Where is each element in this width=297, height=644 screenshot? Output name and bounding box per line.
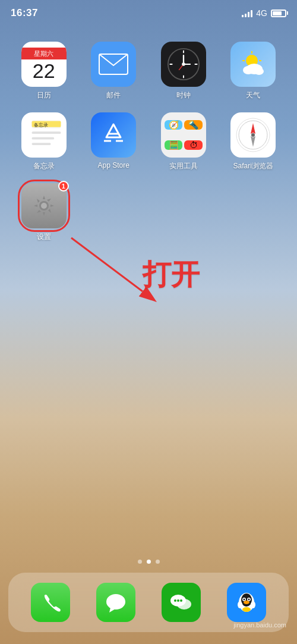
messages-svg [105,591,127,614]
page-dot-2 [147,560,151,564]
wechat-svg [169,591,194,614]
app-utilities-label: 实用工具 [169,161,198,171]
svg-rect-21 [31,137,54,140]
signal-bar-3 [248,12,249,17]
svg-point-34 [41,203,47,209]
app-utilities[interactable]: 🧭 🔦 🧮 ⏱ 实用工具 [151,112,216,171]
svg-point-42 [177,599,179,602]
mail-svg [99,54,128,75]
app-clock-label: 时钟 [176,90,191,100]
watermark: jingyan.baidu.com [233,621,286,629]
app-safari[interactable]: Safari浏览器 [222,112,286,171]
phone-svg [40,592,61,613]
svg-point-50 [244,601,249,604]
status-bar: 16:37 4G [0,0,297,26]
svg-rect-22 [31,143,50,145]
app-calendar-icon-wrap: 星期六 22 [21,42,67,87]
svg-point-53 [242,607,251,612]
app-appstore-icon [91,112,136,158]
app-weather-icon-wrap [230,42,276,87]
app-settings-icon-wrap: 1 [21,183,67,228]
weather-svg [235,46,271,82]
clock-svg [167,48,200,81]
svg-point-43 [180,599,182,602]
app-notes[interactable]: 备忘录 备忘录 [12,112,76,171]
dock-phone[interactable] [31,583,70,622]
app-mail[interactable]: 邮件 [82,42,146,100]
svg-text:备忘录: 备忘录 [34,122,48,128]
app-mail-label: 邮件 [106,90,121,100]
svg-point-9 [182,62,185,66]
dock-wechat[interactable] [162,583,201,622]
signal-bar-2 [245,14,247,17]
app-clock-icon-wrap [161,42,206,87]
dock-qq[interactable] [227,583,266,622]
battery-icon [271,10,286,17]
app-calendar-label: 日历 [37,90,51,100]
app-utilities-icon-wrap: 🧭 🔦 🧮 ⏱ [161,112,206,158]
signal-bars [242,9,252,17]
app-weather-label: 天气 [246,90,260,100]
app-settings[interactable]: 1 设置 [12,183,76,242]
app-weather-icon [230,42,276,87]
svg-point-37 [106,594,125,610]
app-notes-icon: 备忘录 [21,112,67,158]
settings-badge: 1 [58,181,69,191]
app-weather[interactable]: 天气 [222,42,286,100]
app-appstore[interactable]: App Store [82,112,146,171]
qq-svg [235,589,258,615]
app-calendar[interactable]: 星期六 22 日历 [12,42,76,100]
svg-point-17 [254,68,264,75]
dock-qq-icon [227,583,266,622]
safari-svg [235,117,271,153]
app-notes-label: 备忘录 [33,161,55,171]
svg-point-52 [251,601,255,608]
signal-bar-4 [251,10,252,17]
svg-point-32 [251,133,255,137]
app-clock-icon [161,42,206,87]
status-time: 16:37 [11,7,38,19]
app-settings-label: 设置 [37,232,51,242]
app-clock[interactable]: 时钟 [151,42,216,100]
app-calendar-icon: 星期六 22 [21,42,67,87]
app-grid: 星期六 22 日历 邮件 [0,36,297,248]
app-safari-label: Safari浏览器 [233,161,273,171]
dock-messages[interactable] [96,583,135,622]
notes-svg: 备忘录 [26,116,67,154]
status-right: 4G [242,8,286,18]
svg-point-49 [248,599,250,601]
app-appstore-icon-wrap [91,112,136,158]
app-mail-icon [91,42,136,87]
settings-svg [29,191,59,221]
dock-wechat-icon [162,583,201,622]
appstore-svg [100,122,127,148]
app-notes-icon-wrap: 备忘录 [21,112,67,158]
svg-point-51 [238,601,242,608]
svg-point-48 [244,599,245,601]
svg-point-16 [243,66,254,74]
battery-fill [273,11,282,15]
calendar-weekday: 星期六 [21,48,67,59]
app-safari-icon [230,112,276,158]
calendar-day: 22 [33,61,55,81]
app-safari-icon-wrap [230,112,276,158]
dock-phone-icon [31,583,70,622]
app-utilities-icon: 🧭 🔦 🧮 ⏱ [161,112,206,158]
signal-bar-1 [242,15,244,17]
svg-rect-20 [31,131,61,134]
app-appstore-label: App Store [98,161,129,169]
dock-messages-icon [96,583,135,622]
network-type: 4G [256,8,267,18]
page-dots [0,560,297,564]
page-dot-1 [138,560,142,564]
page-dot-3 [156,560,160,564]
app-mail-icon-wrap [91,42,136,87]
svg-point-41 [174,599,176,602]
